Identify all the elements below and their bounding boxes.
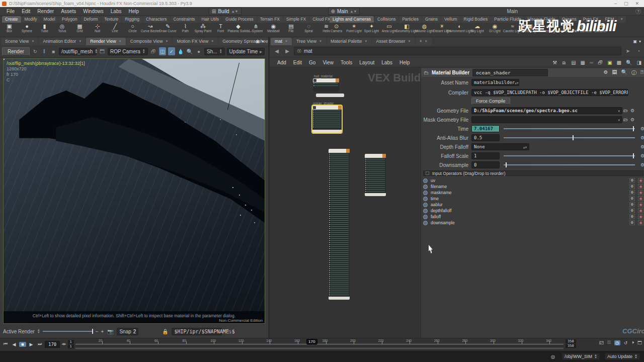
gear-icon[interactable]: ⚙ [629, 190, 635, 195]
shelf-tool[interactable]: ◧ Geometry Light [398, 23, 415, 37]
network-menu-item[interactable]: Layout [356, 59, 378, 66]
input-operator-row[interactable]: downsample ⚙ ◉ [423, 220, 643, 226]
shelf-tab[interactable]: Vellum [441, 16, 460, 23]
notes-icon[interactable]: ▣ [607, 60, 612, 65]
stop-icon[interactable]: ■ [50, 47, 57, 55]
falloff-scale-slider[interactable] [504, 155, 635, 156]
shelf-tool[interactable]: ⊹ Null [89, 23, 106, 37]
shelf-tool[interactable]: ✦ Spot Light [363, 23, 380, 37]
timeline-scrollbar[interactable] [75, 347, 564, 350]
close-button[interactable]: ✕ [635, 1, 639, 6]
shelf-tool[interactable]: ● Sphere [19, 23, 35, 37]
remove-toggle-icon[interactable]: ◉ [638, 214, 643, 219]
shelf-tool[interactable]: ▭ Area Light [381, 23, 397, 37]
shelf-tool[interactable]: T Font [212, 23, 229, 37]
shelf-tab[interactable]: Deform [80, 16, 101, 23]
loop-icon[interactable]: ↺ [624, 340, 628, 345]
network-menu-item[interactable]: Help [396, 59, 414, 66]
shelf-tab[interactable]: Lights and Cameras [330, 16, 374, 23]
aablur-slider[interactable] [504, 137, 635, 138]
shelf-tool[interactable]: ⊚ Stereo Camera [557, 23, 574, 37]
color-palette-icon[interactable]: 🗗 [598, 60, 603, 65]
shelf-tool[interactable]: ✎ Draw Curve [159, 23, 176, 37]
snapshot-path-field[interactable]: $HIP/ipr/$SNAPNAME.$ [172, 328, 222, 335]
cook-icon[interactable]: ◍ [549, 352, 557, 360]
menu-item[interactable]: Windows [79, 8, 107, 15]
audio-icon[interactable]: 🕨 [631, 340, 634, 345]
compiler-field[interactable]: vcc -q $VOP_INCLUDEPATH -o $VOP_OBJECTFI… [471, 89, 628, 96]
search-icon[interactable]: 🔍 [621, 69, 627, 76]
lock-icon[interactable]: 🔒 [161, 327, 169, 335]
zoom-out-button[interactable]: − [96, 329, 99, 334]
forward-icon[interactable]: ▶ [283, 47, 291, 55]
shelf-tab[interactable]: FEM [602, 16, 617, 23]
remove-toggle-icon[interactable]: ◉ [638, 202, 643, 207]
desktop-selector-main[interactable]: ⊕ Main▲▼ [328, 8, 360, 15]
pane-tab[interactable]: +▼ [415, 38, 431, 45]
search-icon[interactable]: 🔍 [626, 60, 632, 65]
shelf-tool[interactable]: ✶ Point Light [346, 23, 362, 37]
snap-grid-icon[interactable]: ▩ [617, 60, 621, 65]
list-icon[interactable]: ▤ [571, 60, 576, 65]
pane-tab[interactable]: Scene View▼ [1, 38, 38, 45]
shelf-tool[interactable]: ▣ Portal Light [522, 23, 538, 37]
shelf-tool[interactable]: ≈ Caustic Light [504, 23, 521, 37]
shelf-tab[interactable]: Modify [22, 16, 40, 23]
shelf-tool[interactable]: ⇄ Switcher [592, 23, 609, 37]
magnify-icon[interactable]: 🔍 [186, 47, 193, 55]
shelf-tool[interactable]: ◆ Platonic Solids [230, 23, 247, 37]
shelf-tool[interactable]: ▤ File [283, 23, 299, 37]
gear-icon[interactable]: ⚙ [629, 214, 635, 219]
shelf-tool[interactable]: ○ Circle [124, 23, 141, 37]
shelf-tab[interactable]: Polygon [59, 16, 80, 23]
render-viewport[interactable]: /out/flip_mesh(pbrraytrace)-13:32:32[1] … [3, 58, 265, 324]
network-editor[interactable]: VEX Builder hull_material ocean_shader [270, 67, 421, 338]
shelf-tab[interactable]: Viscous Fluids [525, 16, 558, 23]
shelf-tool[interactable]: ▮ Tube [36, 23, 53, 37]
desktop-selector-build[interactable]: ⊞ Build▲▼ [209, 8, 242, 15]
falloff-scale-field[interactable]: 1 [471, 152, 500, 159]
aablur-field[interactable]: 0.5 [471, 134, 500, 141]
network-menu-item[interactable]: Add [274, 59, 290, 66]
input-operators-header[interactable]: Input Operators (Drag/Drop to reorder) [423, 170, 643, 176]
rerender-icon[interactable]: ↻ [32, 47, 39, 55]
remove-toggle-icon[interactable]: ◉ [638, 220, 643, 225]
camera-selector[interactable]: ROP Camera▲▼ [108, 48, 148, 55]
gear-icon[interactable]: ⚙ [629, 184, 635, 189]
shelf-tab[interactable]: Texture [101, 16, 121, 23]
sim-path-selector[interactable]: /obj/WW_SIM▲▼ [562, 353, 600, 360]
snapshot-camera-icon[interactable]: 📷 [106, 327, 114, 335]
shelf-tool[interactable]: ◌ Spiral [300, 23, 317, 37]
key-icon[interactable]: ⚿ [607, 340, 611, 345]
gear-icon[interactable]: ⚙ [639, 135, 644, 140]
gear-icon[interactable]: ⚙ [629, 178, 635, 183]
menu-item[interactable]: Help [125, 8, 142, 15]
shelf-tool[interactable]: ◉ Metaball [265, 23, 282, 37]
archive-icon[interactable]: 🗃 [224, 327, 232, 335]
layout-icon[interactable]: ▫▫ [590, 60, 593, 65]
remove-toggle-icon[interactable]: ◉ [638, 190, 643, 195]
prev-frame-button[interactable]: ◀ [11, 342, 18, 347]
shelf-tab[interactable]: Create [2, 16, 21, 23]
shelf-tool[interactable]: ◎ Torus [54, 23, 70, 37]
input-operator-row[interactable]: aablur ⚙ ◉ [423, 202, 643, 208]
shelf-tab[interactable]: Characters [143, 16, 170, 23]
show-menu[interactable]: Sh...▲▼ [204, 48, 225, 55]
shelf-tab[interactable]: Model [41, 16, 58, 23]
gear-icon[interactable]: ⚙ [604, 69, 608, 76]
shelf-tool[interactable]: ◎ VR Camera [575, 23, 591, 37]
pane-tab[interactable]: Render View▼ [86, 38, 125, 45]
pane-tab[interactable]: Asset Browser▼ [372, 38, 415, 45]
network-menu-item[interactable]: Tools [337, 59, 356, 66]
preview-toggle-icon[interactable]: ◫ [159, 47, 166, 55]
tools-icon[interactable]: ⚒ [552, 60, 557, 65]
file-chooser-icon[interactable]: 🗁 [623, 117, 628, 122]
time-field[interactable]: 7.04167 [471, 125, 500, 132]
network-path-field[interactable]: ☉ mat [294, 47, 621, 55]
node-vop-short[interactable] [365, 154, 386, 196]
pane-tab[interactable]: Composite View▼ [126, 38, 173, 45]
geometry-file-field[interactable]: D:/ShipFoam/scenes/geo/spectra.bgeo.sc▼ [471, 107, 622, 114]
current-frame-field[interactable]: 170 [45, 341, 60, 348]
pane-controls[interactable]: ▣▾ [256, 39, 264, 44]
sphere-icon[interactable]: ● [195, 47, 202, 55]
